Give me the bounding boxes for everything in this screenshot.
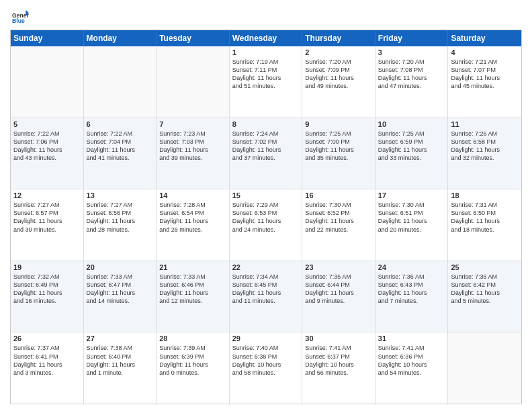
day-number: 12 [13,191,81,199]
calendar-day-13: 13Sunrise: 7:27 AM Sunset: 6:56 PM Dayli… [84,189,157,261]
day-number: 28 [159,334,226,342]
day-number: 5 [13,120,81,128]
calendar-day-28: 28Sunrise: 7:39 AM Sunset: 6:39 PM Dayli… [157,332,230,404]
page-header: General Blue [10,7,522,26]
day-number: 1 [232,48,300,56]
day-info: Sunrise: 7:34 AM Sunset: 6:45 PM Dayligh… [232,273,300,306]
day-info: Sunrise: 7:33 AM Sunset: 6:46 PM Dayligh… [159,273,226,306]
day-number: 20 [87,263,154,271]
weekday-header-thursday: Thursday [302,30,375,46]
calendar-row: 1Sunrise: 7:19 AM Sunset: 7:11 PM Daylig… [11,46,521,118]
day-number: 10 [378,120,445,128]
calendar-day-20: 20Sunrise: 7:33 AM Sunset: 6:47 PM Dayli… [84,261,157,332]
day-number: 31 [378,334,445,342]
calendar-day-21: 21Sunrise: 7:33 AM Sunset: 6:46 PM Dayli… [157,261,230,332]
calendar-day-1: 1Sunrise: 7:19 AM Sunset: 7:11 PM Daylig… [230,46,303,118]
calendar-row: 5Sunrise: 7:22 AM Sunset: 7:06 PM Daylig… [11,118,521,190]
day-number: 26 [13,334,81,342]
day-number: 25 [451,263,519,271]
calendar-day-4: 4Sunrise: 7:21 AM Sunset: 7:07 PM Daylig… [448,46,521,118]
calendar-day-8: 8Sunrise: 7:24 AM Sunset: 7:02 PM Daylig… [230,118,303,189]
calendar-day-15: 15Sunrise: 7:29 AM Sunset: 6:53 PM Dayli… [230,189,303,261]
day-info: Sunrise: 7:38 AM Sunset: 6:40 PM Dayligh… [87,344,154,377]
day-info: Sunrise: 7:40 AM Sunset: 6:38 PM Dayligh… [232,344,300,377]
day-info: Sunrise: 7:31 AM Sunset: 6:50 PM Dayligh… [451,201,519,234]
day-info: Sunrise: 7:26 AM Sunset: 6:58 PM Dayligh… [451,130,519,163]
day-info: Sunrise: 7:27 AM Sunset: 6:56 PM Dayligh… [87,201,154,234]
calendar-day-25: 25Sunrise: 7:36 AM Sunset: 6:42 PM Dayli… [448,261,521,332]
weekday-header-monday: Monday [84,30,157,46]
day-info: Sunrise: 7:36 AM Sunset: 6:42 PM Dayligh… [451,273,519,306]
day-info: Sunrise: 7:20 AM Sunset: 7:08 PM Dayligh… [378,58,445,91]
calendar-body: 1Sunrise: 7:19 AM Sunset: 7:11 PM Daylig… [11,46,521,404]
calendar-day-17: 17Sunrise: 7:30 AM Sunset: 6:51 PM Dayli… [375,189,449,261]
day-info: Sunrise: 7:33 AM Sunset: 6:47 PM Dayligh… [87,273,154,306]
day-info: Sunrise: 7:20 AM Sunset: 7:09 PM Dayligh… [305,58,372,91]
day-number: 13 [87,191,154,199]
day-number: 18 [451,191,519,199]
calendar-day-27: 27Sunrise: 7:38 AM Sunset: 6:40 PM Dayli… [84,332,157,404]
day-info: Sunrise: 7:35 AM Sunset: 6:44 PM Dayligh… [305,273,372,306]
day-number: 11 [451,120,519,128]
day-info: Sunrise: 7:37 AM Sunset: 6:41 PM Dayligh… [13,344,81,377]
day-info: Sunrise: 7:21 AM Sunset: 7:07 PM Dayligh… [451,58,519,91]
calendar-day-14: 14Sunrise: 7:28 AM Sunset: 6:54 PM Dayli… [157,189,230,261]
day-number: 16 [305,191,372,199]
calendar-day-3: 3Sunrise: 7:20 AM Sunset: 7:08 PM Daylig… [375,46,449,118]
day-info: Sunrise: 7:25 AM Sunset: 6:59 PM Dayligh… [378,130,445,163]
calendar-day-18: 18Sunrise: 7:31 AM Sunset: 6:50 PM Dayli… [448,189,521,261]
calendar-empty-cell [11,46,84,118]
day-info: Sunrise: 7:41 AM Sunset: 6:36 PM Dayligh… [378,344,445,377]
day-number: 21 [159,263,226,271]
day-number: 14 [159,191,226,199]
day-info: Sunrise: 7:29 AM Sunset: 6:53 PM Dayligh… [232,201,300,234]
day-info: Sunrise: 7:27 AM Sunset: 6:57 PM Dayligh… [13,201,81,234]
calendar-day-12: 12Sunrise: 7:27 AM Sunset: 6:57 PM Dayli… [11,189,84,261]
calendar-day-19: 19Sunrise: 7:32 AM Sunset: 6:49 PM Dayli… [11,261,84,332]
day-number: 23 [305,263,372,271]
day-number: 24 [378,263,445,271]
logo-icon: General Blue [10,7,29,26]
calendar-day-9: 9Sunrise: 7:25 AM Sunset: 7:00 PM Daylig… [302,118,375,189]
svg-text:Blue: Blue [12,17,25,24]
day-number: 2 [305,48,372,56]
day-info: Sunrise: 7:30 AM Sunset: 6:52 PM Dayligh… [305,201,372,234]
weekday-header-saturday: Saturday [448,30,521,46]
day-number: 9 [305,120,372,128]
calendar-day-10: 10Sunrise: 7:25 AM Sunset: 6:59 PM Dayli… [375,118,449,189]
calendar-header: SundayMondayTuesdayWednesdayThursdayFrid… [11,30,521,46]
day-info: Sunrise: 7:39 AM Sunset: 6:39 PM Dayligh… [159,344,226,377]
weekday-header-wednesday: Wednesday [230,30,303,46]
calendar-day-7: 7Sunrise: 7:23 AM Sunset: 7:03 PM Daylig… [157,118,230,189]
day-info: Sunrise: 7:32 AM Sunset: 6:49 PM Dayligh… [13,273,81,306]
calendar-empty-cell [448,332,521,404]
day-info: Sunrise: 7:19 AM Sunset: 7:11 PM Dayligh… [232,58,300,91]
day-info: Sunrise: 7:28 AM Sunset: 6:54 PM Dayligh… [159,201,226,234]
calendar-day-23: 23Sunrise: 7:35 AM Sunset: 6:44 PM Dayli… [302,261,375,332]
day-number: 22 [232,263,300,271]
day-number: 15 [232,191,300,199]
day-info: Sunrise: 7:22 AM Sunset: 7:06 PM Dayligh… [13,130,81,163]
weekday-header-friday: Friday [375,30,449,46]
day-number: 29 [232,334,300,342]
day-info: Sunrise: 7:41 AM Sunset: 6:37 PM Dayligh… [305,344,372,377]
day-number: 6 [87,120,154,128]
weekday-header-sunday: Sunday [11,30,84,46]
calendar-day-31: 31Sunrise: 7:41 AM Sunset: 6:36 PM Dayli… [375,332,449,404]
calendar-empty-cell [157,46,230,118]
calendar-day-24: 24Sunrise: 7:36 AM Sunset: 6:43 PM Dayli… [375,261,449,332]
day-number: 4 [451,48,519,56]
day-number: 17 [378,191,445,199]
calendar-day-5: 5Sunrise: 7:22 AM Sunset: 7:06 PM Daylig… [11,118,84,189]
calendar-empty-cell [84,46,157,118]
day-number: 30 [305,334,372,342]
calendar-day-11: 11Sunrise: 7:26 AM Sunset: 6:58 PM Dayli… [448,118,521,189]
day-number: 3 [378,48,445,56]
day-info: Sunrise: 7:24 AM Sunset: 7:02 PM Dayligh… [232,130,300,163]
calendar-day-2: 2Sunrise: 7:20 AM Sunset: 7:09 PM Daylig… [302,46,375,118]
calendar-day-29: 29Sunrise: 7:40 AM Sunset: 6:38 PM Dayli… [230,332,303,404]
calendar-day-16: 16Sunrise: 7:30 AM Sunset: 6:52 PM Dayli… [302,189,375,261]
calendar-day-22: 22Sunrise: 7:34 AM Sunset: 6:45 PM Dayli… [230,261,303,332]
weekday-header-tuesday: Tuesday [157,30,230,46]
day-number: 27 [87,334,154,342]
